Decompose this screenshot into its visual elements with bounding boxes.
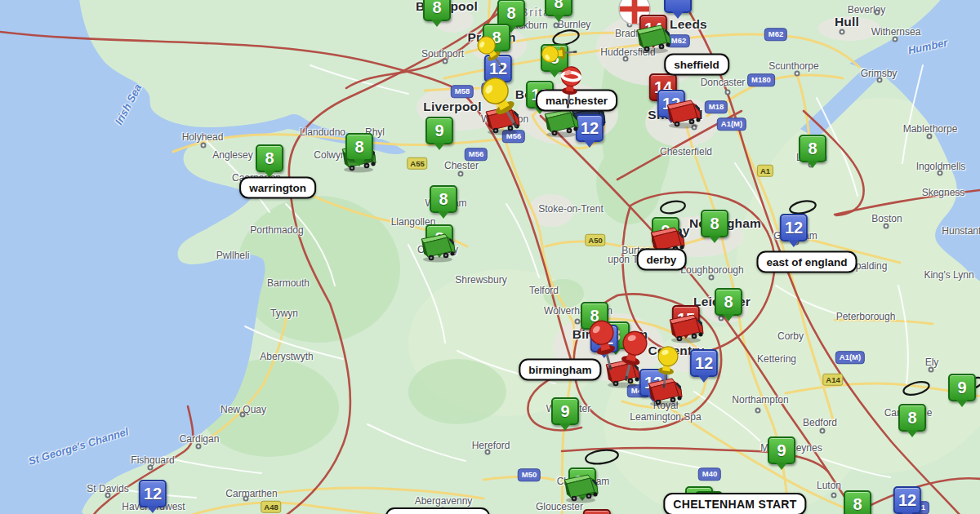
map-canvas[interactable]: Irish SeaSt George's ChannelHumberBritai… xyxy=(0,0,980,514)
map-base-svg xyxy=(0,0,980,514)
